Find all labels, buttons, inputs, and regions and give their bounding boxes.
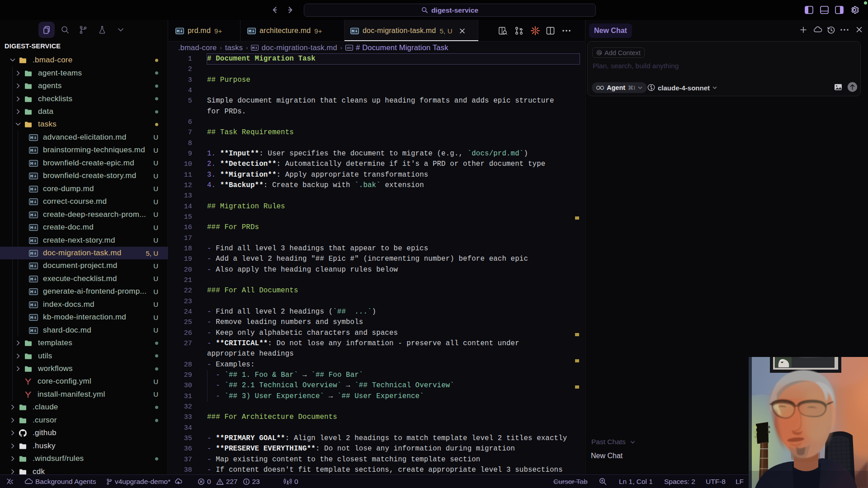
- svg-text:abc: abc: [347, 46, 352, 49]
